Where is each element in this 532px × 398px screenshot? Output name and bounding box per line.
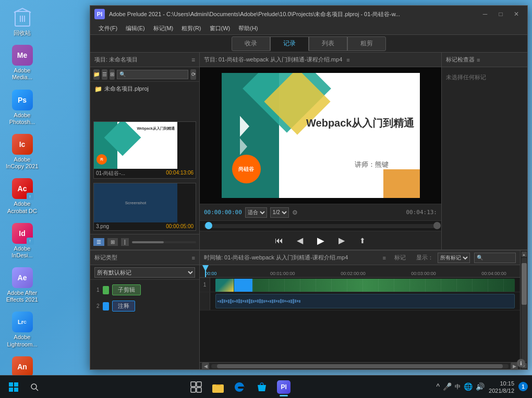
thumbnail-item-2[interactable]: Screenshot 3.png 00:00:05:00	[93, 183, 196, 231]
desktop-icon-ac[interactable]: Ac↑ Adobe Acrobat DC	[3, 176, 42, 216]
settings-icon[interactable]: ⚙	[292, 209, 298, 216]
vscroll-track[interactable]	[522, 258, 527, 362]
notification-badge[interactable]: 1	[518, 382, 528, 391]
display-select[interactable]: 所有标记	[438, 253, 470, 263]
tray-network-icon[interactable]: 🌐	[464, 382, 473, 391]
track-number-2	[200, 292, 210, 310]
icon-view-toggle[interactable]: ⊞	[107, 238, 118, 246]
taskbar-app-prelude[interactable]: Pl	[273, 377, 294, 397]
marker-btn[interactable]: |	[121, 238, 129, 246]
scrubber-bar[interactable]	[200, 220, 441, 231]
marker-filter-select[interactable]: 所有默认标记	[94, 267, 195, 278]
menu-marker[interactable]: 标记(M)	[149, 22, 178, 35]
video-clip[interactable]	[215, 279, 515, 292]
tray-chevron-icon[interactable]: ^	[436, 382, 440, 391]
desktop-icon-id[interactable]: Id↑ Adobe InDesi...	[3, 221, 42, 261]
tray-lang-icon[interactable]: 中	[455, 383, 461, 391]
sync-button[interactable]: ⟳	[190, 69, 196, 80]
project-panel-menu-icon[interactable]: ≡	[191, 56, 195, 64]
tab-ingest[interactable]: 收录	[232, 36, 270, 51]
slide-logo-text: 尚硅谷	[238, 166, 254, 173]
taskbar-app-explorer[interactable]	[208, 377, 228, 397]
waveform-container: // Waveform bars generated inline const …	[216, 294, 514, 308]
desktop-icon-me[interactable]: Me Adobe Media...	[3, 43, 42, 83]
project-toolbar: 📁 ☰ ⊞ ⟳	[90, 67, 199, 82]
export-button[interactable]: ⬆	[355, 233, 370, 248]
taskbar-app-edge[interactable]	[229, 377, 250, 397]
step-back-button[interactable]: ◀	[293, 233, 307, 248]
tab-list[interactable]: 列表	[309, 36, 347, 51]
timeline-scrollbar[interactable]: ◀ ▶	[200, 362, 520, 369]
scrubber-track[interactable]	[204, 224, 437, 228]
step-forward-button[interactable]: ▶	[334, 233, 349, 248]
project-search-input[interactable]	[117, 70, 188, 79]
display-label: 显示：	[416, 254, 433, 262]
tray-icons: ^ 🎤 中 🌐 🔊	[436, 382, 485, 391]
tray-mic-icon[interactable]: 🎤	[443, 382, 452, 391]
ic-label: Adobe InCopy 2021	[5, 156, 40, 170]
scrubber-end-handle[interactable]	[433, 222, 441, 229]
desktop-icon-an[interactable]: An Adobe Anima...	[3, 354, 42, 375]
list-view-toggle[interactable]: ☰	[93, 238, 104, 246]
desktop-icon-ps[interactable]: Ps Adobe Photosh...	[3, 88, 42, 128]
timeline-menu-icon[interactable]: ≡	[383, 255, 386, 261]
clip-thumb-2	[234, 279, 252, 292]
vscroll-up-btn[interactable]: ▲	[522, 252, 527, 257]
desktop-icon-lrc[interactable]: LrC Adobe Lightroom...	[3, 309, 42, 350]
clip-header: 节目: 01-尚硅谷-webpack 从入门到精通-课程介绍.mp4 ≡	[200, 53, 441, 67]
track-content-audio: // Waveform bars generated inline const …	[210, 292, 520, 310]
clip-header-menu-icon[interactable]: ≡	[346, 57, 349, 63]
info-button[interactable]: ℹ	[517, 359, 525, 367]
desktop-icon-recycle[interactable]: 回收站	[3, 5, 42, 39]
marker-color-1	[103, 286, 109, 294]
thumbnail-image-1: Webpack从入门到精通 尚	[94, 122, 177, 169]
timeline-search-input[interactable]	[474, 253, 516, 263]
tray-time-display[interactable]: 10:15 2021/8/12	[489, 380, 514, 393]
tray-speaker-icon[interactable]: 🔊	[476, 382, 485, 391]
desktop-icon-ae[interactable]: Ae Adobe After Effects 2021	[3, 265, 42, 305]
scroll-left-btn[interactable]: ◀	[202, 363, 209, 370]
taskbar-app-taskview[interactable]	[186, 377, 207, 397]
play-button[interactable]: ▶	[313, 233, 328, 248]
menu-help[interactable]: 帮助(H)	[234, 22, 262, 35]
audio-clip[interactable]: // Waveform bars generated inline const …	[215, 294, 515, 308]
svg-rect-9	[191, 388, 196, 392]
desktop-icon-ic[interactable]: Ic Adobe InCopy 2021	[3, 132, 42, 172]
close-button[interactable]: ✕	[510, 9, 523, 19]
marker-list-item-1: 1 子剪辑	[93, 283, 196, 297]
vscroll-thumb[interactable]	[522, 263, 527, 305]
scroll-track[interactable]	[211, 364, 509, 368]
marker-label-2[interactable]: 注释	[112, 301, 135, 312]
tab-rough-cut[interactable]: 粗剪	[347, 36, 386, 51]
scroll-thumb[interactable]	[217, 364, 502, 368]
current-time-display: 00:00:00:00	[204, 209, 242, 216]
grid-view-button[interactable]: ⊞	[110, 69, 115, 80]
window-title: Adobe Prelude 2021 - C:\Users\Admini\Doc…	[109, 10, 478, 18]
new-folder-button[interactable]: 📁	[93, 69, 100, 80]
thumbnail-item-1[interactable]: Webpack从入门到精通 尚 01-尚硅谷-... 00:04:13:06	[93, 121, 196, 179]
skip-to-start-button[interactable]: ⏮	[272, 233, 286, 248]
marker-label-1[interactable]: 子剪辑	[112, 284, 141, 295]
taskbar-app-store[interactable]	[251, 377, 272, 397]
fit-select[interactable]: 适合	[245, 207, 267, 218]
list-view-button[interactable]: ☰	[102, 69, 107, 80]
menu-rough-cut[interactable]: 粗剪(R)	[177, 22, 205, 35]
taskbar-search-button[interactable]	[25, 378, 44, 396]
menu-window[interactable]: 窗口(W)	[205, 22, 235, 35]
main-content: 项目: 未命名项目 ≡ 📁 ☰ ⊞ ⟳ 📁 未命名项目.plproj	[90, 53, 527, 250]
start-button[interactable]	[4, 378, 23, 396]
ae-label: Adobe After Effects 2021	[5, 290, 40, 303]
desktop: 回收站 Me Adobe Media... Ps Adobe Photosh..…	[0, 0, 532, 375]
maximize-button[interactable]: □	[494, 9, 507, 19]
project-panel: 项目: 未命名项目 ≡ 📁 ☰ ⊞ ⟳ 📁 未命名项目.plproj	[90, 53, 200, 250]
timeline-panel: 时间轴: 01-尚硅谷-webpack 从入门到精通-课程介绍.mp4 ≡ 标记…	[200, 251, 520, 369]
scrubber-playhead[interactable]	[205, 222, 212, 229]
marker-types-menu-icon[interactable]: ≡	[192, 255, 195, 261]
marker-inspector-menu-icon[interactable]: ≡	[477, 57, 480, 63]
menu-edit[interactable]: 编辑(E)	[122, 22, 149, 35]
tab-logging[interactable]: 记录	[270, 36, 309, 51]
fraction-select[interactable]: 1/2	[270, 207, 289, 218]
menu-file[interactable]: 文件(F)	[94, 22, 122, 35]
project-root-item[interactable]: 📁 未命名项目.plproj	[92, 84, 197, 94]
minimize-button[interactable]: ─	[478, 9, 492, 19]
